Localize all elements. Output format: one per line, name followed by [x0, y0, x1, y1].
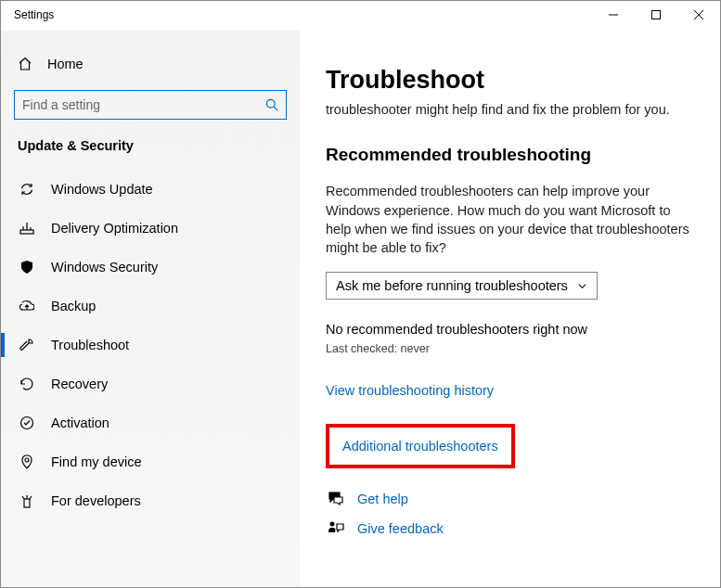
svg-point-8 — [25, 458, 29, 462]
delivery-icon — [19, 221, 34, 236]
svg-point-4 — [266, 99, 275, 108]
recovery-icon — [19, 377, 34, 391]
sidebar-item-troubleshoot[interactable]: Troubleshoot — [1, 326, 300, 364]
section-heading: Recommended troubleshooting — [326, 145, 694, 165]
location-icon — [19, 454, 34, 469]
developer-icon — [19, 493, 34, 508]
give-feedback-link: Give feedback — [357, 521, 444, 536]
page-title: Troubleshoot — [326, 66, 694, 95]
last-checked-text: Last checked: never — [326, 342, 694, 355]
sidebar-item-windows-security[interactable]: Windows Security — [1, 248, 300, 287]
window-title: Settings — [1, 1, 592, 21]
wrench-icon — [19, 338, 34, 352]
give-feedback-row[interactable]: Give feedback — [326, 517, 694, 546]
section-description: Recommended troubleshooters can help imp… — [326, 182, 694, 257]
backup-icon — [19, 299, 34, 313]
sidebar-item-activation[interactable]: Activation — [1, 403, 300, 442]
nav-label: Activation — [51, 415, 109, 430]
get-help-row[interactable]: Get help — [326, 487, 694, 517]
status-text: No recommended troubleshooters right now — [326, 322, 694, 337]
additional-troubleshooters-link[interactable]: Additional troubleshooters — [329, 431, 511, 461]
svg-rect-6 — [20, 230, 33, 234]
svg-point-10 — [330, 522, 335, 527]
troubleshoot-preference-dropdown[interactable]: Ask me before running troubleshooters — [326, 272, 598, 300]
dropdown-value: Ask me before running troubleshooters — [336, 278, 568, 293]
nav-label: Recovery — [51, 377, 108, 391]
shield-icon — [19, 260, 34, 275]
nav-label: Delivery Optimization — [51, 221, 178, 236]
category-heading: Update & Security — [1, 133, 300, 170]
nav-label: Find my device — [51, 454, 142, 469]
feedback-icon — [328, 520, 344, 537]
svg-rect-9 — [24, 499, 30, 507]
sidebar-item-recovery[interactable]: Recovery — [1, 364, 300, 403]
maximize-button[interactable] — [635, 1, 677, 29]
svg-line-5 — [274, 107, 277, 110]
intro-text: troubleshooter might help find and fix t… — [326, 100, 694, 119]
highlight-box: Additional troubleshooters — [326, 424, 515, 468]
sidebar-item-for-developers[interactable]: For developers — [1, 481, 300, 520]
sidebar-item-windows-update[interactable]: Windows Update — [1, 170, 300, 209]
chat-icon — [328, 491, 344, 507]
nav-label: For developers — [51, 493, 141, 508]
check-circle-icon — [19, 415, 34, 430]
svg-rect-1 — [652, 11, 661, 19]
home-icon — [18, 57, 32, 71]
search-field[interactable] — [22, 97, 265, 112]
sidebar-item-find-my-device[interactable]: Find my device — [1, 442, 300, 481]
nav-label: Windows Security — [51, 260, 158, 275]
home-label: Home — [47, 57, 84, 71]
sidebar-item-backup[interactable]: Backup — [1, 287, 300, 326]
minimize-button[interactable] — [592, 1, 635, 29]
home-button[interactable]: Home — [1, 47, 300, 81]
nav-label: Troubleshoot — [51, 338, 129, 352]
sidebar: Home Update & Security Windows Update De… — [1, 31, 300, 587]
nav-label: Backup — [51, 299, 96, 313]
main-content: Troubleshoot troubleshooter might help f… — [300, 31, 720, 587]
search-input[interactable] — [14, 90, 287, 120]
chevron-down-icon — [577, 281, 587, 291]
view-history-link[interactable]: View troubleshooting history — [326, 383, 694, 398]
nav-label: Windows Update — [51, 182, 153, 197]
close-button[interactable] — [677, 1, 720, 29]
sidebar-item-delivery-optimization[interactable]: Delivery Optimization — [1, 209, 300, 248]
get-help-link: Get help — [357, 492, 408, 506]
search-icon — [265, 98, 278, 111]
sync-icon — [19, 182, 34, 197]
